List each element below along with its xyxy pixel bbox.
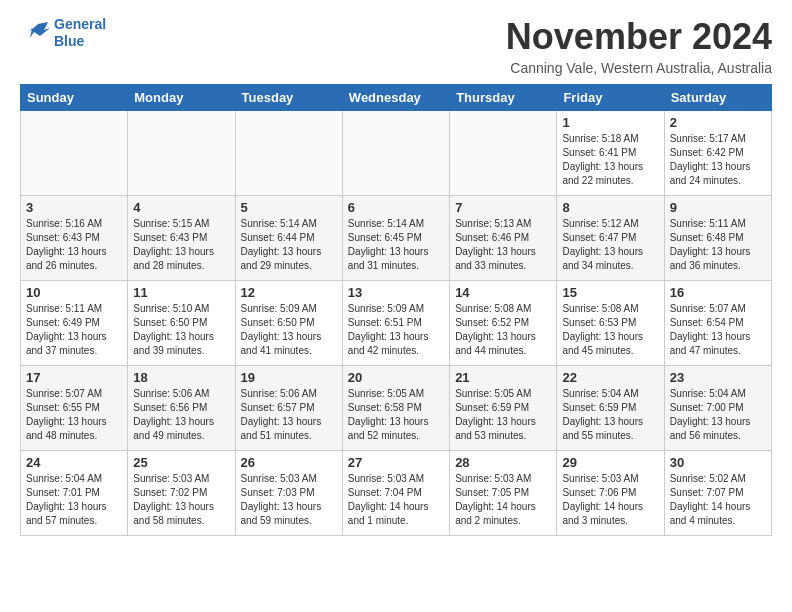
- calendar-week-row: 10Sunrise: 5:11 AM Sunset: 6:49 PM Dayli…: [21, 281, 772, 366]
- location-subtitle: Canning Vale, Western Australia, Austral…: [506, 60, 772, 76]
- weekday-header: Tuesday: [235, 85, 342, 111]
- logo-icon: [20, 18, 50, 48]
- calendar-day-cell: 18Sunrise: 5:06 AM Sunset: 6:56 PM Dayli…: [128, 366, 235, 451]
- calendar-day-cell: [128, 111, 235, 196]
- calendar-day-cell: 16Sunrise: 5:07 AM Sunset: 6:54 PM Dayli…: [664, 281, 771, 366]
- day-info: Sunrise: 5:11 AM Sunset: 6:49 PM Dayligh…: [26, 302, 122, 358]
- weekday-header: Sunday: [21, 85, 128, 111]
- svg-marker-0: [28, 22, 50, 38]
- day-info: Sunrise: 5:12 AM Sunset: 6:47 PM Dayligh…: [562, 217, 658, 273]
- day-info: Sunrise: 5:04 AM Sunset: 7:00 PM Dayligh…: [670, 387, 766, 443]
- day-number: 18: [133, 370, 229, 385]
- calendar-day-cell: 29Sunrise: 5:03 AM Sunset: 7:06 PM Dayli…: [557, 451, 664, 536]
- calendar-day-cell: 30Sunrise: 5:02 AM Sunset: 7:07 PM Dayli…: [664, 451, 771, 536]
- calendar-day-cell: 6Sunrise: 5:14 AM Sunset: 6:45 PM Daylig…: [342, 196, 449, 281]
- weekday-header: Thursday: [450, 85, 557, 111]
- day-info: Sunrise: 5:07 AM Sunset: 6:54 PM Dayligh…: [670, 302, 766, 358]
- day-info: Sunrise: 5:03 AM Sunset: 7:04 PM Dayligh…: [348, 472, 444, 528]
- day-number: 11: [133, 285, 229, 300]
- calendar-day-cell: 13Sunrise: 5:09 AM Sunset: 6:51 PM Dayli…: [342, 281, 449, 366]
- day-number: 21: [455, 370, 551, 385]
- day-info: Sunrise: 5:05 AM Sunset: 6:58 PM Dayligh…: [348, 387, 444, 443]
- calendar-week-row: 24Sunrise: 5:04 AM Sunset: 7:01 PM Dayli…: [21, 451, 772, 536]
- day-number: 15: [562, 285, 658, 300]
- calendar-day-cell: 23Sunrise: 5:04 AM Sunset: 7:00 PM Dayli…: [664, 366, 771, 451]
- weekday-header: Monday: [128, 85, 235, 111]
- day-info: Sunrise: 5:06 AM Sunset: 6:56 PM Dayligh…: [133, 387, 229, 443]
- day-info: Sunrise: 5:08 AM Sunset: 6:52 PM Dayligh…: [455, 302, 551, 358]
- calendar-day-cell: 21Sunrise: 5:05 AM Sunset: 6:59 PM Dayli…: [450, 366, 557, 451]
- logo-line2: Blue: [54, 33, 84, 49]
- day-info: Sunrise: 5:03 AM Sunset: 7:06 PM Dayligh…: [562, 472, 658, 528]
- day-number: 30: [670, 455, 766, 470]
- logo: General Blue: [20, 16, 106, 50]
- day-info: Sunrise: 5:03 AM Sunset: 7:03 PM Dayligh…: [241, 472, 337, 528]
- day-info: Sunrise: 5:14 AM Sunset: 6:44 PM Dayligh…: [241, 217, 337, 273]
- day-number: 7: [455, 200, 551, 215]
- calendar-day-cell: 20Sunrise: 5:05 AM Sunset: 6:58 PM Dayli…: [342, 366, 449, 451]
- day-info: Sunrise: 5:17 AM Sunset: 6:42 PM Dayligh…: [670, 132, 766, 188]
- day-info: Sunrise: 5:09 AM Sunset: 6:50 PM Dayligh…: [241, 302, 337, 358]
- calendar-day-cell: [342, 111, 449, 196]
- day-info: Sunrise: 5:13 AM Sunset: 6:46 PM Dayligh…: [455, 217, 551, 273]
- calendar-day-cell: 24Sunrise: 5:04 AM Sunset: 7:01 PM Dayli…: [21, 451, 128, 536]
- calendar-day-cell: 1Sunrise: 5:18 AM Sunset: 6:41 PM Daylig…: [557, 111, 664, 196]
- day-number: 20: [348, 370, 444, 385]
- calendar-day-cell: [450, 111, 557, 196]
- day-number: 29: [562, 455, 658, 470]
- day-number: 3: [26, 200, 122, 215]
- calendar-day-cell: 12Sunrise: 5:09 AM Sunset: 6:50 PM Dayli…: [235, 281, 342, 366]
- calendar-day-cell: 4Sunrise: 5:15 AM Sunset: 6:43 PM Daylig…: [128, 196, 235, 281]
- day-info: Sunrise: 5:03 AM Sunset: 7:05 PM Dayligh…: [455, 472, 551, 528]
- day-number: 5: [241, 200, 337, 215]
- calendar-day-cell: [235, 111, 342, 196]
- calendar-day-cell: 8Sunrise: 5:12 AM Sunset: 6:47 PM Daylig…: [557, 196, 664, 281]
- day-number: 26: [241, 455, 337, 470]
- calendar-day-cell: 19Sunrise: 5:06 AM Sunset: 6:57 PM Dayli…: [235, 366, 342, 451]
- day-info: Sunrise: 5:06 AM Sunset: 6:57 PM Dayligh…: [241, 387, 337, 443]
- day-info: Sunrise: 5:05 AM Sunset: 6:59 PM Dayligh…: [455, 387, 551, 443]
- header: General Blue November 2024 Canning Vale,…: [20, 16, 772, 76]
- day-number: 24: [26, 455, 122, 470]
- calendar-day-cell: 5Sunrise: 5:14 AM Sunset: 6:44 PM Daylig…: [235, 196, 342, 281]
- day-number: 19: [241, 370, 337, 385]
- calendar-day-cell: 28Sunrise: 5:03 AM Sunset: 7:05 PM Dayli…: [450, 451, 557, 536]
- calendar-header-row: SundayMondayTuesdayWednesdayThursdayFrid…: [21, 85, 772, 111]
- day-number: 27: [348, 455, 444, 470]
- calendar-week-row: 3Sunrise: 5:16 AM Sunset: 6:43 PM Daylig…: [21, 196, 772, 281]
- day-number: 25: [133, 455, 229, 470]
- day-number: 1: [562, 115, 658, 130]
- calendar-day-cell: 17Sunrise: 5:07 AM Sunset: 6:55 PM Dayli…: [21, 366, 128, 451]
- calendar-day-cell: 9Sunrise: 5:11 AM Sunset: 6:48 PM Daylig…: [664, 196, 771, 281]
- logo-line1: General: [54, 16, 106, 32]
- day-info: Sunrise: 5:02 AM Sunset: 7:07 PM Dayligh…: [670, 472, 766, 528]
- day-number: 23: [670, 370, 766, 385]
- day-info: Sunrise: 5:03 AM Sunset: 7:02 PM Dayligh…: [133, 472, 229, 528]
- calendar-day-cell: 22Sunrise: 5:04 AM Sunset: 6:59 PM Dayli…: [557, 366, 664, 451]
- weekday-header: Saturday: [664, 85, 771, 111]
- day-info: Sunrise: 5:18 AM Sunset: 6:41 PM Dayligh…: [562, 132, 658, 188]
- day-info: Sunrise: 5:15 AM Sunset: 6:43 PM Dayligh…: [133, 217, 229, 273]
- calendar-day-cell: 3Sunrise: 5:16 AM Sunset: 6:43 PM Daylig…: [21, 196, 128, 281]
- day-number: 13: [348, 285, 444, 300]
- day-number: 28: [455, 455, 551, 470]
- weekday-header: Wednesday: [342, 85, 449, 111]
- day-number: 6: [348, 200, 444, 215]
- calendar-day-cell: 26Sunrise: 5:03 AM Sunset: 7:03 PM Dayli…: [235, 451, 342, 536]
- day-info: Sunrise: 5:04 AM Sunset: 6:59 PM Dayligh…: [562, 387, 658, 443]
- logo-text: General Blue: [54, 16, 106, 50]
- calendar-day-cell: 15Sunrise: 5:08 AM Sunset: 6:53 PM Dayli…: [557, 281, 664, 366]
- calendar-day-cell: 14Sunrise: 5:08 AM Sunset: 6:52 PM Dayli…: [450, 281, 557, 366]
- day-info: Sunrise: 5:16 AM Sunset: 6:43 PM Dayligh…: [26, 217, 122, 273]
- day-info: Sunrise: 5:09 AM Sunset: 6:51 PM Dayligh…: [348, 302, 444, 358]
- calendar-table: SundayMondayTuesdayWednesdayThursdayFrid…: [20, 84, 772, 536]
- day-info: Sunrise: 5:07 AM Sunset: 6:55 PM Dayligh…: [26, 387, 122, 443]
- calendar-week-row: 1Sunrise: 5:18 AM Sunset: 6:41 PM Daylig…: [21, 111, 772, 196]
- calendar-day-cell: [21, 111, 128, 196]
- calendar-day-cell: 10Sunrise: 5:11 AM Sunset: 6:49 PM Dayli…: [21, 281, 128, 366]
- month-title: November 2024: [506, 16, 772, 58]
- calendar-day-cell: 27Sunrise: 5:03 AM Sunset: 7:04 PM Dayli…: [342, 451, 449, 536]
- day-number: 9: [670, 200, 766, 215]
- day-number: 14: [455, 285, 551, 300]
- title-area: November 2024 Canning Vale, Western Aust…: [506, 16, 772, 76]
